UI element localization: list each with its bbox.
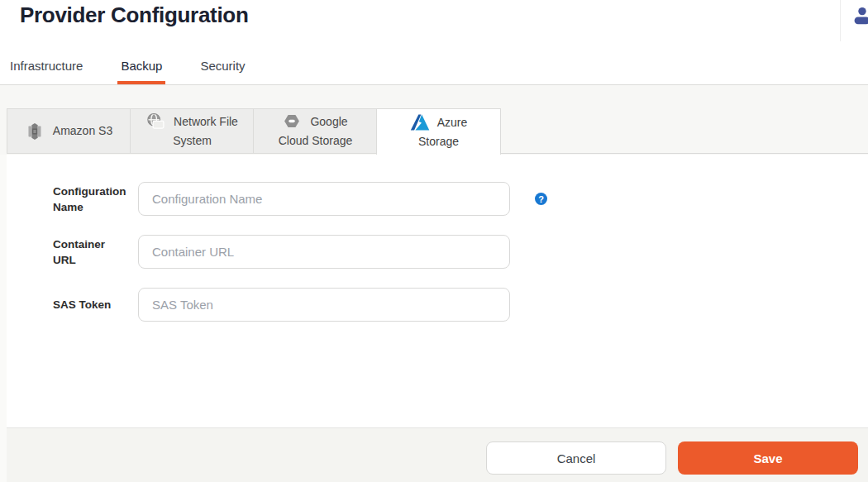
action-bar: Cancel Save bbox=[7, 427, 868, 482]
provider-tab-label: Google bbox=[310, 112, 347, 131]
provider-tab-label-line2: Cloud Storage bbox=[279, 131, 353, 150]
main-nav: Infrastructure Backup Security bbox=[7, 46, 280, 84]
provider-tab-strip: Amazon S3 Network File System bbox=[0, 85, 868, 155]
amazon-s3-icon bbox=[26, 122, 45, 141]
provider-tab-network-file-system[interactable]: Network File System bbox=[130, 108, 255, 154]
header-divider bbox=[840, 0, 841, 41]
form-row-container-url: Container URL bbox=[53, 235, 510, 269]
sas-token-input[interactable] bbox=[138, 288, 510, 322]
help-icon[interactable]: ? bbox=[535, 193, 547, 205]
configuration-name-input[interactable] bbox=[138, 182, 510, 216]
network-file-system-icon bbox=[146, 112, 166, 131]
form-row-sas-token: SAS Token bbox=[53, 288, 510, 322]
configuration-name-label: Configuration Name bbox=[53, 184, 138, 215]
provider-tab-azure-storage[interactable]: Azure Storage bbox=[376, 108, 501, 155]
provider-tab-label-line2: Storage bbox=[418, 132, 459, 151]
provider-tab-label: Amazon S3 bbox=[53, 122, 112, 141]
provider-tab-amazon-s3[interactable]: Amazon S3 bbox=[7, 108, 131, 154]
provider-tab-label: Network File bbox=[174, 112, 238, 131]
azure-storage-icon bbox=[410, 113, 430, 131]
provider-tab-google-cloud-storage[interactable]: Google Cloud Storage bbox=[253, 108, 378, 154]
save-button[interactable]: Save bbox=[678, 441, 858, 475]
nav-tab-security[interactable]: Security bbox=[197, 46, 248, 84]
provider-tab-label-line2: System bbox=[173, 131, 212, 150]
container-url-label: Container URL bbox=[53, 236, 138, 268]
provider-tab-label: Azure bbox=[437, 113, 468, 132]
form-row-configuration-name: Configuration Name ? bbox=[53, 182, 547, 216]
provider-form-card: Configuration Name ? Container URL SAS T… bbox=[7, 155, 868, 427]
google-cloud-storage-icon bbox=[283, 112, 303, 131]
cancel-button[interactable]: Cancel bbox=[486, 441, 666, 475]
user-icon[interactable] bbox=[852, 6, 868, 26]
page-header: Provider Configuration Infrastructure Ba… bbox=[0, 0, 868, 85]
container-url-input[interactable] bbox=[138, 235, 510, 269]
nav-tab-backup[interactable]: Backup bbox=[117, 46, 165, 84]
sas-token-label: SAS Token bbox=[53, 297, 138, 313]
nav-tab-infrastructure[interactable]: Infrastructure bbox=[7, 46, 86, 84]
page-title: Provider Configuration bbox=[20, 2, 249, 28]
